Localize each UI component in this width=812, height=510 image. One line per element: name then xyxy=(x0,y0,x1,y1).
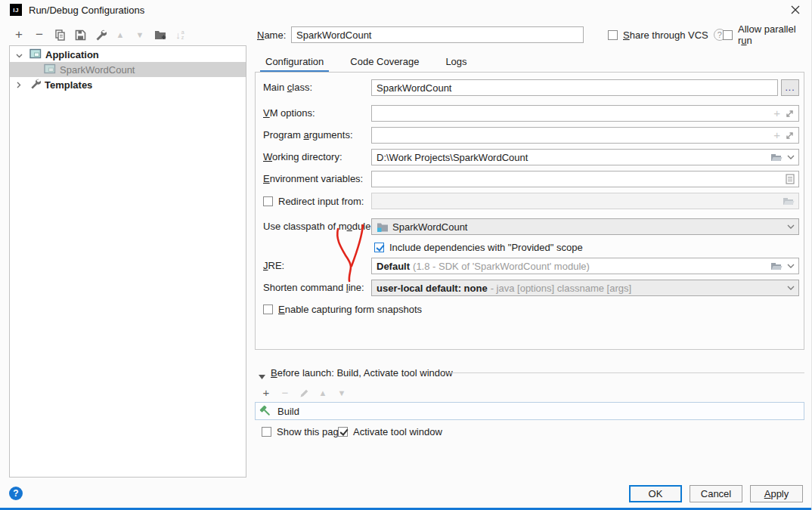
classpath-module-dropdown[interactable]: SparkWordCount xyxy=(371,218,799,235)
form-snapshots-checkbox[interactable]: Enable capturing form snapshots xyxy=(263,303,422,315)
move-up-icon: ▲ xyxy=(319,387,327,399)
chevron-down-icon[interactable] xyxy=(787,264,795,268)
allow-parallel-run-checkbox[interactable]: Allow parallel run xyxy=(723,29,811,41)
form-snapshots-label: Enable capturing form snapshots xyxy=(278,304,422,315)
environment-variables-label: Environment variables: xyxy=(263,171,363,187)
configuration-panel: Main class: ... VM options: + Program ar… xyxy=(255,72,804,350)
remove-configuration-button[interactable]: − xyxy=(31,27,48,42)
tab-configuration[interactable]: Configuration xyxy=(260,53,329,73)
folder-icon xyxy=(783,196,795,206)
chevron-down-icon[interactable] xyxy=(16,49,23,60)
tab-code-coverage[interactable]: Code Coverage xyxy=(345,53,424,73)
configurations-tree: Application SparkWordCount Templates xyxy=(9,45,246,478)
main-class-label: Main class: xyxy=(263,79,312,96)
templates-wrench-icon xyxy=(29,78,41,91)
close-icon xyxy=(791,5,800,14)
wrench-icon xyxy=(95,29,107,41)
checkbox-unchecked[interactable] xyxy=(723,30,733,40)
create-folder-button[interactable] xyxy=(152,27,169,42)
allow-parallel-run-label: Allow parallel run xyxy=(738,23,811,46)
main-class-field[interactable] xyxy=(371,79,778,96)
insert-macro-icon[interactable]: + xyxy=(773,107,780,119)
program-arguments-input[interactable] xyxy=(372,128,773,143)
move-up-button[interactable]: ▲ xyxy=(112,27,129,42)
main-class-browse-button[interactable]: ... xyxy=(781,79,799,96)
checkbox-unchecked[interactable] xyxy=(263,196,273,206)
environment-variables-field[interactable] xyxy=(371,171,799,187)
remove-task-button[interactable]: − xyxy=(278,385,292,400)
jre-dropdown[interactable]: Default (1.8 - SDK of 'SparkWordCount' m… xyxy=(371,258,799,274)
cancel-button[interactable]: Cancel xyxy=(690,485,742,502)
program-arguments-field[interactable]: + xyxy=(371,127,799,144)
save-configuration-button[interactable] xyxy=(72,27,88,42)
ok-button[interactable]: OK xyxy=(629,485,682,502)
add-task-button[interactable]: + xyxy=(259,385,273,400)
share-through-vcs-checkbox[interactable]: Share through VCS ? xyxy=(608,29,726,41)
show-this-page-checkbox[interactable]: Show this page xyxy=(262,425,344,437)
activate-tool-window-checkbox[interactable]: Activate tool window xyxy=(338,425,442,437)
vm-options-field[interactable]: + xyxy=(371,105,799,122)
move-task-up-button[interactable]: ▲ xyxy=(316,385,330,400)
redirect-input-field xyxy=(371,193,799,209)
tree-node-templates[interactable]: Templates xyxy=(10,77,246,92)
vm-options-input[interactable] xyxy=(372,106,773,121)
expand-field-icon[interactable] xyxy=(785,131,795,141)
pencil-icon xyxy=(299,388,309,398)
checkbox-checked[interactable] xyxy=(338,427,348,437)
minus-icon: − xyxy=(282,387,289,399)
checkbox-unchecked[interactable] xyxy=(262,427,271,437)
name-input[interactable] xyxy=(291,26,584,43)
shorten-command-line-dropdown[interactable]: user-local default: none - java [options… xyxy=(371,280,799,296)
working-directory-label: Working directory: xyxy=(263,149,342,165)
tab-logs[interactable]: Logs xyxy=(440,53,472,73)
move-down-icon: ▼ xyxy=(338,387,346,399)
checkbox-unchecked[interactable] xyxy=(608,30,618,40)
chevron-down-icon[interactable] xyxy=(787,224,795,229)
tree-node-sparkwordcount-selected[interactable]: SparkWordCount xyxy=(10,62,246,77)
environment-variables-input[interactable] xyxy=(372,172,786,187)
name-label: Name: xyxy=(257,29,286,41)
close-button[interactable] xyxy=(786,2,804,17)
new-folder-icon xyxy=(154,29,167,40)
checkbox-checked[interactable] xyxy=(374,243,384,252)
redirect-input-label: Redirect input from: xyxy=(278,196,364,207)
sort-alphabetically-icon: ↓ az xyxy=(175,29,184,41)
checkbox-unchecked[interactable] xyxy=(263,304,273,314)
application-icon xyxy=(44,63,56,76)
tree-node-application[interactable]: Application xyxy=(10,47,246,62)
edit-templates-button[interactable] xyxy=(92,27,109,42)
working-directory-field[interactable] xyxy=(371,149,799,165)
copy-configuration-button[interactable] xyxy=(51,27,68,42)
tree-node-label: Application xyxy=(45,49,99,60)
build-hammer-icon xyxy=(259,405,272,418)
include-provided-checkbox[interactable]: Include dependencies with "Provided" sco… xyxy=(374,241,583,253)
expand-field-icon[interactable] xyxy=(785,109,795,119)
run-debug-configurations-dialog: IJ Run/Debug Configurations + − ▲ ▼ xyxy=(0,0,812,510)
apply-label: Apply xyxy=(764,488,789,499)
before-launch-title: Before launch: Build, Activate tool wind… xyxy=(271,367,453,379)
edit-task-button[interactable] xyxy=(297,385,311,400)
chevron-right-icon[interactable] xyxy=(17,79,21,91)
move-down-button[interactable]: ▼ xyxy=(132,27,148,42)
chevron-down-icon[interactable] xyxy=(787,286,795,290)
chevron-down-icon[interactable] xyxy=(787,155,795,159)
add-configuration-button[interactable]: + xyxy=(11,27,27,42)
before-launch-collapse-icon[interactable] xyxy=(259,370,265,382)
show-this-page-label: Show this page xyxy=(277,426,344,437)
shorten-value-hint: - java [options] classname [args] xyxy=(491,283,631,294)
working-directory-input[interactable] xyxy=(372,150,770,165)
folder-icon[interactable] xyxy=(770,153,783,162)
before-launch-task-build[interactable]: Build xyxy=(255,402,804,420)
sort-configurations-button[interactable]: ↓ az xyxy=(172,27,188,42)
plus-icon: + xyxy=(15,29,23,41)
move-task-down-button[interactable]: ▼ xyxy=(335,385,349,400)
classpath-module-value: SparkWordCount xyxy=(392,221,467,233)
before-launch-separator xyxy=(448,372,804,373)
folder-icon[interactable] xyxy=(770,261,783,270)
main-class-input[interactable] xyxy=(372,80,777,95)
insert-macro-icon[interactable]: + xyxy=(773,129,780,141)
browse-variables-icon[interactable] xyxy=(786,174,795,184)
redirect-input-checkbox[interactable]: Redirect input from: xyxy=(263,195,364,207)
help-button[interactable]: ? xyxy=(9,487,23,500)
apply-button[interactable]: Apply xyxy=(750,485,803,502)
